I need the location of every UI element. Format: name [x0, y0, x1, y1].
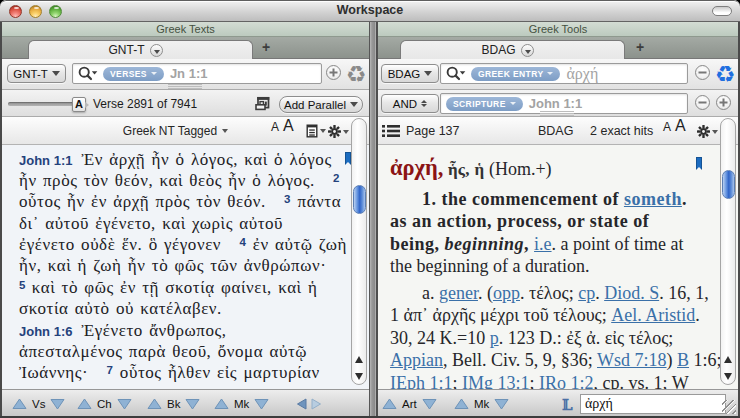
- left-scrollbar[interactable]: [351, 118, 367, 385]
- hyperlink[interactable]: i.e: [534, 234, 552, 254]
- verse-slider-track[interactable]: [8, 102, 79, 106]
- right-text-content[interactable]: ἀρχή, ἧς, ἡ (Hom.+)1. the commencement o…: [378, 145, 738, 389]
- text-segment: ἦν, καὶ ἡ ζωὴ ἦν τὸ φῶς τῶν ἀνθρώπων·: [19, 256, 326, 275]
- display-settings-icon[interactable]: [306, 124, 326, 138]
- text-segment: being,: [390, 234, 445, 254]
- tab-menu-icon[interactable]: [150, 44, 163, 57]
- title-bar[interactable]: Workspace: [0, 0, 740, 22]
- detach-icon[interactable]: [255, 96, 270, 115]
- text-line: 1. the commencement of someth.: [390, 188, 718, 210]
- hyperlink[interactable]: Appian: [390, 350, 443, 370]
- hyperlink[interactable]: IMg 13:1: [462, 373, 530, 389]
- search-icon[interactable]: [78, 66, 98, 81]
- left-search-field[interactable]: VERSES Jn 1:1: [72, 63, 322, 84]
- nav-down-icon[interactable]: [254, 398, 269, 410]
- hyperlink[interactable]: cp: [578, 283, 595, 303]
- toolbar-pill-icon[interactable]: [712, 6, 732, 16]
- tab-menu-icon[interactable]: [521, 44, 534, 57]
- add-tab-button[interactable]: +: [262, 37, 270, 58]
- hyperlink[interactable]: Wsd 7:18: [597, 350, 667, 370]
- text-segment: 4: [239, 236, 245, 248]
- nav-up-icon[interactable]: [214, 398, 229, 410]
- up-triangle-icon: [421, 100, 427, 103]
- font-smaller-icon[interactable]: A: [271, 120, 279, 134]
- text-segment: . (: [478, 283, 493, 303]
- text-segment: 1:6;: [689, 350, 722, 370]
- resize-grip-icon[interactable]: [722, 400, 736, 414]
- text-segment: John 1:1: [19, 153, 72, 168]
- nav-down-icon[interactable]: [185, 398, 200, 410]
- scripture-tag[interactable]: SCRIPTURE: [446, 97, 523, 111]
- scripture-query[interactable]: John 1:1: [529, 96, 582, 111]
- left-text-content[interactable]: John 1:1Ἐν ἀρχῇ ἦν ὁ λόγος, καὶ ὁ λόγοςἦ…: [2, 145, 369, 389]
- verses-tag[interactable]: VERSES: [103, 67, 164, 81]
- hyperlink[interactable]: Diod. S: [604, 283, 659, 303]
- gear-icon[interactable]: [328, 125, 349, 138]
- greek-entry-query[interactable]: ἀρχή: [566, 65, 598, 83]
- and-popup[interactable]: AND: [381, 94, 439, 113]
- right-scrollbar[interactable]: [720, 118, 736, 385]
- hyperlink[interactable]: gener: [439, 283, 478, 303]
- add-parallel-button[interactable]: Add Parallel: [279, 96, 363, 113]
- hyperlink[interactable]: IRo 1:2: [539, 373, 594, 389]
- font-larger-icon[interactable]: A: [283, 117, 294, 135]
- left-search-query[interactable]: Jn 1:1: [170, 66, 208, 81]
- text-segment: ,: [524, 234, 534, 254]
- recycle-icon[interactable]: ♻: [344, 61, 368, 87]
- hyperlink[interactable]: opp: [493, 283, 520, 303]
- right-scroll-thumb[interactable]: [722, 170, 735, 199]
- remove-search-row-icon[interactable]: [695, 65, 710, 80]
- left-scroll-thumb[interactable]: [353, 185, 366, 214]
- right-module-popup[interactable]: BDAG: [381, 64, 439, 83]
- nav-up-icon[interactable]: [77, 398, 92, 410]
- nav-up-icon[interactable]: [147, 398, 162, 410]
- hyperlink[interactable]: Ael. Aristid: [611, 305, 695, 325]
- add-search-row-icon[interactable]: [326, 65, 341, 80]
- scroll-down-icon[interactable]: [355, 373, 363, 380]
- chevron-down-icon: [320, 129, 326, 133]
- left-module-popup[interactable]: GNT-T: [7, 64, 66, 83]
- hyperlink[interactable]: someth: [624, 189, 682, 209]
- gear-icon[interactable]: [697, 125, 718, 138]
- bookmark-icon[interactable]: [696, 157, 702, 170]
- entry-input[interactable]: ἀρχή: [580, 394, 726, 414]
- search-icon[interactable]: [446, 66, 466, 81]
- nav-down-icon[interactable]: [494, 398, 509, 410]
- greek-entry-field[interactable]: GREEK ENTRY ἀρχή: [440, 63, 688, 84]
- scroll-up-icon[interactable]: [355, 356, 363, 363]
- section-grip[interactable]: [168, 84, 202, 89]
- page-forward-icon[interactable]: [311, 398, 322, 410]
- text-display-popup[interactable]: Greek NT Tagged: [2, 117, 349, 145]
- font-smaller-icon[interactable]: A: [663, 120, 671, 134]
- nav-group-mk: Mk: [454, 390, 509, 417]
- section-grip[interactable]: [540, 111, 574, 116]
- nav-up-icon[interactable]: [382, 398, 397, 410]
- nav-down-icon[interactable]: [117, 398, 132, 410]
- chevron-down-icon: [350, 102, 358, 107]
- text-segment: a.: [422, 283, 439, 303]
- scroll-down-icon[interactable]: [724, 373, 732, 380]
- page-back-icon[interactable]: [296, 398, 307, 410]
- font-larger-icon[interactable]: A: [675, 117, 686, 135]
- text-segment: 1. the commencement of: [422, 189, 624, 209]
- recycle-icon-active[interactable]: ♻: [713, 61, 737, 87]
- verse-slider-thumb[interactable]: A: [72, 97, 86, 112]
- hyperlink[interactable]: IEph 1:1: [390, 373, 453, 389]
- nav-down-icon[interactable]: [50, 398, 65, 410]
- tab-gnt-t[interactable]: GNT-T: [28, 40, 253, 59]
- nav-up-icon[interactable]: [454, 398, 469, 410]
- greek-entry-tag[interactable]: GREEK ENTRY: [471, 67, 560, 81]
- tab-bdag[interactable]: BDAG: [400, 40, 625, 59]
- right-group-header: Greek Tools: [378, 22, 738, 37]
- nav-label: Bk: [167, 398, 180, 410]
- toc-icon[interactable]: [382, 124, 400, 138]
- nav-up-icon[interactable]: [12, 398, 27, 410]
- scroll-up-icon[interactable]: [724, 356, 732, 363]
- add-tab-button[interactable]: +: [636, 37, 644, 58]
- pane-divider[interactable]: [369, 22, 378, 416]
- add-search-row-icon[interactable]: [716, 95, 731, 110]
- hyperlink[interactable]: p: [490, 328, 499, 348]
- nav-down-icon[interactable]: [422, 398, 437, 410]
- remove-search-row-icon[interactable]: [695, 95, 710, 110]
- hyperlink[interactable]: B: [677, 350, 689, 370]
